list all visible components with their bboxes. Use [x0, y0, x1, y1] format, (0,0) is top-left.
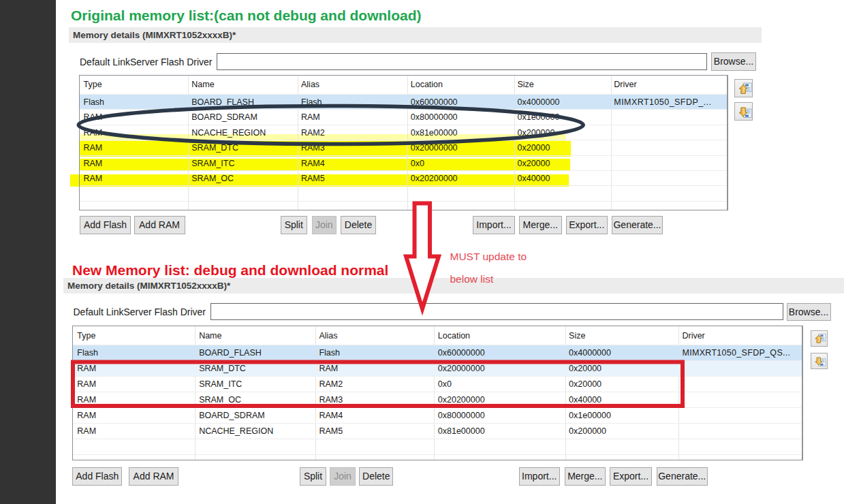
svg-text:MUST update to: MUST update to [450, 251, 527, 262]
